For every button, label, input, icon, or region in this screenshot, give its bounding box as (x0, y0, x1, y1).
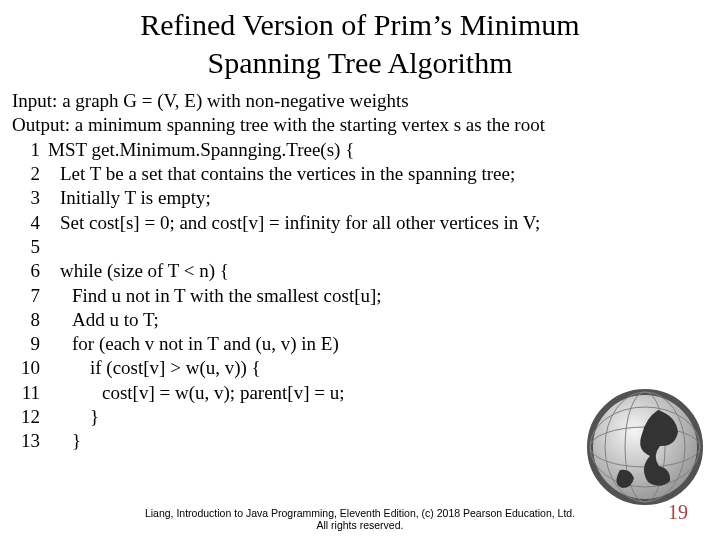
page-number: 19 (668, 501, 688, 524)
code-text: } (48, 429, 81, 453)
alg-line: 1MST get.Minimum.Spannging.Tree(s) { (12, 138, 708, 162)
alg-line: 6while (size of T < n) { (12, 259, 708, 283)
alg-line: 10if (cost[v] > w(u, v)) { (12, 356, 708, 380)
code-text: Set cost[s] = 0; and cost[v] = infinity … (48, 211, 540, 235)
line-number: 3 (12, 186, 48, 210)
code-text: } (48, 405, 99, 429)
line-number: 13 (12, 429, 48, 453)
code-text: Add u to T; (48, 308, 159, 332)
line-number: 5 (12, 235, 48, 259)
footer-line1: Liang, Introduction to Java Programming,… (145, 507, 575, 519)
code-text: cost[v] = w(u, v); parent[v] = u; (48, 381, 345, 405)
code-text: for (each v not in T and (u, v) in E) (48, 332, 339, 356)
line-number: 11 (12, 381, 48, 405)
title-line1: Refined Version of Prim’s Minimum (140, 8, 579, 41)
code-text: while (size of T < n) { (48, 259, 229, 283)
line-number: 9 (12, 332, 48, 356)
line-number: 7 (12, 284, 48, 308)
slide-title: Refined Version of Prim’s Minimum Spanni… (0, 0, 720, 81)
code-text: Find u not in T with the smallest cost[u… (48, 284, 382, 308)
code-text: if (cost[v] > w(u, v)) { (48, 356, 261, 380)
code-text: Initially T is empty; (48, 186, 211, 210)
alg-line: 3Initially T is empty; (12, 186, 708, 210)
code-text: Let T be a set that contains the vertice… (48, 162, 515, 186)
alg-line: 4Set cost[s] = 0; and cost[v] = infinity… (12, 211, 708, 235)
footer: Liang, Introduction to Java Programming,… (0, 507, 720, 532)
code-text (48, 235, 60, 259)
line-number: 2 (12, 162, 48, 186)
alg-line: 5 (12, 235, 708, 259)
input-line: Input: a graph G = (V, E) with non-negat… (12, 89, 708, 113)
footer-line2: All rights reserved. (317, 519, 404, 531)
output-line: Output: a minimum spanning tree with the… (12, 113, 708, 137)
line-number: 12 (12, 405, 48, 429)
alg-line: 7Find u not in T with the smallest cost[… (12, 284, 708, 308)
line-number: 10 (12, 356, 48, 380)
alg-line: 2Let T be a set that contains the vertic… (12, 162, 708, 186)
line-number: 8 (12, 308, 48, 332)
line-number: 1 (12, 138, 48, 162)
line-number: 6 (12, 259, 48, 283)
title-line2: Spanning Tree Algorithm (207, 46, 512, 79)
alg-line: 9for (each v not in T and (u, v) in E) (12, 332, 708, 356)
code-text: MST get.Minimum.Spannging.Tree(s) { (48, 138, 354, 162)
line-number: 4 (12, 211, 48, 235)
alg-line: 8Add u to T; (12, 308, 708, 332)
globe-icon (580, 382, 710, 512)
